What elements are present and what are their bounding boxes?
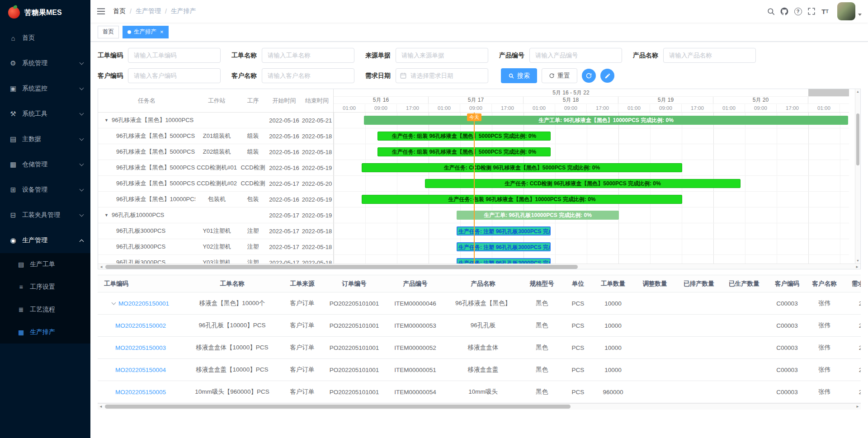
sidebar-item-production[interactable]: ◉生产管理 <box>0 228 90 253</box>
scrollbar-thumb[interactable] <box>105 265 578 269</box>
gantt-task-row[interactable]: 96孔孔板3000PCSY02注塑机注塑2022-05-172022-05-18 <box>98 239 333 255</box>
gantt-column-header: 结束时间 <box>301 97 333 105</box>
tab-生产排产[interactable]: 生产排产× <box>123 26 169 38</box>
gantt-bar-task-selected[interactable]: 生产任务: 注塑 96孔孔板3000PCS 完成比例: 0% <box>457 258 551 264</box>
gantt-task-row[interactable]: 96孔孔板3000PCSY01注塑机注塑2022-05-172022-05-18 <box>98 223 333 239</box>
demand-date-input[interactable] <box>396 68 488 83</box>
filter-label: 客户编码 <box>98 72 123 80</box>
gantt-task-row[interactable]: ▼96孔移液盒【黑色】10000PCS2022-05-162022-05-21 <box>98 113 333 128</box>
expand-triangle-icon[interactable]: ▼ <box>104 118 108 122</box>
scroll-left-arrow-icon[interactable]: ◄ <box>98 404 104 410</box>
gantt-vertical-scrollbar[interactable]: ▲ ▼ <box>855 89 860 264</box>
avatar[interactable] <box>837 2 855 20</box>
table-cell: 10000 <box>593 322 633 329</box>
search-button[interactable]: 搜索 <box>501 68 537 83</box>
close-icon[interactable]: × <box>160 28 164 35</box>
work-order-link[interactable]: MO202205150005 <box>115 389 166 396</box>
calendar-icon <box>400 72 407 79</box>
submenu-item-work-order[interactable]: ▤生产工单 <box>0 253 90 276</box>
gantt-task-end: 2022-05-19 <box>301 212 333 219</box>
source-doc-input[interactable] <box>396 48 488 63</box>
gantt-task-name: 96孔移液盒【黑色】5000PCS <box>98 164 195 172</box>
gantt-task-row[interactable]: 96孔孔板3000PCSY03注塑机注塑2022-05-172022-05-18 <box>98 255 333 264</box>
product-name-input[interactable] <box>663 48 756 63</box>
gantt-bar-task[interactable]: 生产任务: CCD检测 96孔移液盒【黑色】5000PCS 完成比例: 0% <box>362 163 682 172</box>
table-row[interactable]: MO202205150004移液盒盒盖【10000】PCS客户订单PO20220… <box>98 359 861 381</box>
table-row[interactable]: MO20220515000510mm吸头【960000】PCS客户订单PO202… <box>98 381 861 403</box>
sidebar-item-master-data[interactable]: ▤主数据 <box>0 127 90 152</box>
gantt-bar-order[interactable]: 生产工单: 96孔孔板10000PCS 完成比例: 0% <box>457 211 619 220</box>
customer-code-input[interactable] <box>128 68 221 83</box>
sidebar-item-warehouse[interactable]: ▦仓储管理 <box>0 152 90 177</box>
expand-caret-icon[interactable] <box>112 300 116 305</box>
font-size-icon[interactable]: TT <box>819 5 831 17</box>
gantt-task-row[interactable]: 96孔移液盒【黑色】10000PCS包装机包装2022-05-162022-05… <box>98 192 333 207</box>
work-order-name-input[interactable] <box>262 48 354 63</box>
tab-首页[interactable]: 首页 <box>98 26 119 38</box>
sidebar-item-monitoring[interactable]: ▣系统监控 <box>0 76 90 101</box>
edit-columns-button[interactable] <box>600 69 614 83</box>
scrollbar-thumb[interactable] <box>856 113 859 165</box>
submenu-item-process-flow[interactable]: ≣工艺流程 <box>0 298 90 321</box>
schedule-icon: ▦ <box>17 329 25 336</box>
scroll-right-arrow-icon[interactable]: ► <box>854 404 861 410</box>
table-horizontal-scrollbar[interactable]: ◄ ► <box>98 403 861 410</box>
sidebar-item-system-mgmt[interactable]: ⚙系统管理 <box>0 51 90 76</box>
work-order-link[interactable]: MO202205150004 <box>115 367 166 373</box>
github-icon[interactable] <box>778 5 790 17</box>
gantt-bar-task-selected[interactable]: 生产任务: 注塑 96孔孔板3000PCS 完成比例: 0% <box>457 242 551 251</box>
app-logo[interactable]: 苦糖果MES <box>0 0 90 25</box>
scroll-right-arrow-icon[interactable]: ► <box>854 264 860 269</box>
sidebar-item-fixture[interactable]: ⊟工装夹具管理 <box>0 203 90 228</box>
gantt-task-row[interactable]: 96孔移液盒【黑色】5000PCSZ02组装机组装2022-05-162022-… <box>98 144 333 160</box>
gantt-bar-task-selected[interactable]: 生产任务: 注塑 96孔孔板3000PCS 完成比例: 0% <box>457 226 551 235</box>
gantt-task-row[interactable]: 96孔移液盒【黑色】5000PCSCCD检测机#02CCD检测2022-05-1… <box>98 176 333 192</box>
scroll-down-arrow-icon[interactable]: ▼ <box>855 258 860 264</box>
work-order-link[interactable]: MO202205150001 <box>118 300 169 307</box>
work-order-link[interactable]: MO202205150002 <box>115 322 166 329</box>
scroll-left-arrow-icon[interactable]: ◄ <box>98 264 104 269</box>
gantt-task-name: 96孔移液盒【黑色】5000PCS <box>98 179 195 188</box>
hamburger-icon[interactable] <box>97 6 107 16</box>
top-navbar: 首页/生产管理/生产排产 ? TT <box>90 0 868 23</box>
gantt-horizontal-scrollbar[interactable]: ◄ ► <box>98 264 860 269</box>
sidebar-item-home[interactable]: ⌂首页 <box>0 25 90 51</box>
gantt-task-row[interactable]: 96孔移液盒【黑色】5000PCSCCD检测机#01CCD检测2022-05-1… <box>98 160 333 176</box>
sidebar-item-tools[interactable]: ⚒系统工具 <box>0 101 90 127</box>
gantt-task-row[interactable]: 96孔移液盒【黑色】5000PCSZ01组装机组装2022-05-162022-… <box>98 128 333 144</box>
sidebar-item-label: 系统监控 <box>22 85 75 93</box>
table-row[interactable]: MO202205150003移液盒盒体【10000】PCS客户订单PO20220… <box>98 337 861 359</box>
gantt-chart-row: 生产工单: 96孔移液盒【黑色】10000PCS 完成比例: 0% <box>334 113 849 128</box>
chevron-down-icon[interactable] <box>858 14 862 16</box>
table-row[interactable]: MO202205150001移液盒【黑色】10000个客户订单PO2022051… <box>98 292 861 315</box>
breadcrumb-item[interactable]: 首页 <box>113 7 126 15</box>
gantt-bar-task[interactable]: 生产任务: 包装 96孔移液盒【黑色】10000PCS 完成比例: 0% <box>362 195 682 204</box>
gantt-bar-order[interactable]: 生产工单: 96孔移液盒【黑色】10000PCS 完成比例: 0% <box>364 116 848 125</box>
product-code-input[interactable] <box>529 48 622 63</box>
sidebar-submenu: ▤生产工单≡工序设置≣工艺流程▦生产排产 <box>0 253 90 344</box>
gantt-task-row[interactable]: ▼96孔孔板10000PCS2022-05-172022-05-19 <box>98 207 333 223</box>
filter-label: 工单编码 <box>98 52 123 60</box>
scrollbar-thumb[interactable] <box>105 405 571 409</box>
gantt-bar-task[interactable]: 生产任务: CCD检测 96孔移液盒【黑色】5000PCS 完成比例: 0% <box>425 179 741 188</box>
submenu-item-scheduling[interactable]: ▦生产排产 <box>0 321 90 344</box>
gantt-day-header: 5月 165月 175月 185月 195月 20 <box>334 97 849 104</box>
gantt-bar-task[interactable]: 生产任务: 组装 96孔移液盒【黑色】5000PCS 完成比例: 0% <box>377 147 551 156</box>
work-order-code-input[interactable] <box>128 48 221 63</box>
help-icon[interactable]: ? <box>792 5 804 17</box>
expand-triangle-icon[interactable]: ▼ <box>104 213 108 217</box>
table-cell: 10000 <box>593 367 633 373</box>
search-icon[interactable] <box>765 5 777 17</box>
table-cell: 96孔移液盒【黑色】 <box>446 299 520 307</box>
customer-name-input[interactable] <box>262 68 354 83</box>
refresh-button[interactable] <box>582 69 596 83</box>
fullscreen-icon[interactable] <box>806 5 817 17</box>
gantt-hour-label: 01:00 <box>429 104 460 112</box>
scroll-up-arrow-icon[interactable]: ▲ <box>855 89 860 94</box>
table-row[interactable]: MO20220515000296孔孔板【10000】PCS客户订单PO20220… <box>98 315 861 337</box>
reset-button[interactable]: 重置 <box>542 68 577 83</box>
gantt-bar-task[interactable]: 生产任务: 组装 96孔移液盒【黑色】5000PCS 完成比例: 0% <box>377 132 551 141</box>
submenu-item-process-settings[interactable]: ≡工序设置 <box>0 276 90 298</box>
sidebar-item-equipment[interactable]: ⊞设备管理 <box>0 177 90 203</box>
work-order-link[interactable]: MO202205150003 <box>115 344 166 351</box>
